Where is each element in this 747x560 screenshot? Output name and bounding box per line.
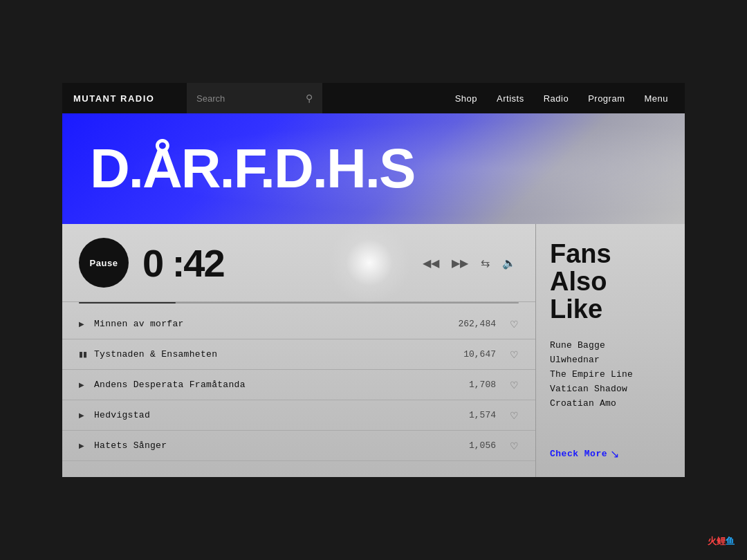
- app-container: MUTANT RADIO ⚲ Shop Artists Radio Progra…: [62, 83, 685, 477]
- nav-shop[interactable]: Shop: [455, 93, 477, 104]
- table-row[interactable]: ▶ Hedvigstad 1,574 ♡: [62, 400, 535, 431]
- track-list: ▶ Minnen av morfar 262,484 ♡ ▮▮ Tystnade…: [62, 309, 535, 477]
- nav-program[interactable]: Program: [588, 93, 625, 104]
- track-plays: 10,647: [448, 349, 496, 360]
- hero-section: D.ÅR.F.D.H.S: [62, 113, 685, 224]
- pause-button[interactable]: Pause: [79, 238, 129, 288]
- list-item[interactable]: The Empire Line: [550, 369, 671, 380]
- pause-track-icon: ▮▮: [79, 350, 87, 359]
- play-icon: ▶: [79, 442, 87, 449]
- heart-icon[interactable]: ♡: [510, 380, 519, 391]
- table-row[interactable]: ▶ Minnen av morfar 262,484 ♡: [62, 309, 535, 339]
- fan-list: Rune Bagge Ulwhednar The Empire Line Vat…: [550, 340, 671, 433]
- header-nav: Shop Artists Radio Program Menu: [439, 83, 685, 113]
- list-item[interactable]: Rune Bagge: [550, 340, 671, 351]
- player-glow: [328, 224, 411, 304]
- progress-fill: [79, 302, 176, 304]
- player-controls: ◀◀ ▶▶ ⇆ 🔈: [423, 256, 519, 270]
- track-name: Tystnaden & Ensamheten: [94, 349, 448, 360]
- nav-radio[interactable]: Radio: [544, 93, 569, 104]
- player-time: 0 :42: [142, 241, 224, 286]
- left-panel: Pause 0 :42 ◀◀ ▶▶ ⇆ 🔈: [62, 224, 536, 477]
- fast-forward-icon[interactable]: ▶▶: [452, 256, 468, 270]
- check-more-label: Check More: [550, 449, 607, 459]
- track-plays: 262,484: [448, 319, 496, 329]
- watermark: 火鲤鱼: [708, 535, 735, 548]
- search-input[interactable]: [196, 93, 302, 104]
- logo-area: MUTANT RADIO: [62, 92, 187, 104]
- list-item[interactable]: Ulwhednar: [550, 355, 671, 365]
- fans-also-like-title: FansAlsoLike: [550, 241, 671, 324]
- player-area: Pause 0 :42 ◀◀ ▶▶ ⇆ 🔈: [62, 224, 535, 302]
- check-more-button[interactable]: Check More ↘: [550, 447, 671, 460]
- track-plays: 1,708: [448, 380, 496, 390]
- heart-icon[interactable]: ♡: [510, 319, 519, 330]
- search-bar[interactable]: ⚲: [187, 83, 322, 113]
- heart-icon[interactable]: ♡: [510, 349, 519, 360]
- heart-icon[interactable]: ♡: [510, 440, 519, 451]
- table-row[interactable]: ▮▮ Tystnaden & Ensamheten 10,647 ♡: [62, 339, 535, 370]
- list-item[interactable]: Vatican Shadow: [550, 384, 671, 394]
- progress-bar[interactable]: [79, 302, 519, 304]
- table-row[interactable]: ▶ Hatets Sånger 1,056 ♡: [62, 431, 535, 461]
- play-icon: ▶: [79, 411, 87, 419]
- hero-title: D.ÅR.F.D.H.S: [62, 141, 414, 196]
- track-name: Hatets Sånger: [94, 440, 448, 451]
- header: MUTANT RADIO ⚲ Shop Artists Radio Progra…: [62, 83, 685, 113]
- play-icon: ▶: [79, 381, 87, 389]
- main-content: Pause 0 :42 ◀◀ ▶▶ ⇆ 🔈: [62, 224, 685, 477]
- table-row[interactable]: ▶ Andens Desperata Framåtanda 1,708 ♡: [62, 370, 535, 400]
- track-plays: 1,056: [448, 440, 496, 451]
- progress-bar-wrap[interactable]: [62, 302, 535, 309]
- track-name: Minnen av morfar: [94, 319, 448, 329]
- rewind-icon[interactable]: ◀◀: [423, 256, 439, 270]
- search-icon: ⚲: [306, 93, 313, 104]
- volume-icon[interactable]: 🔈: [502, 256, 516, 270]
- play-icon: ▶: [79, 320, 87, 328]
- nav-menu[interactable]: Menu: [644, 93, 668, 104]
- nav-artists[interactable]: Artists: [497, 93, 524, 104]
- right-panel: FansAlsoLike Rune Bagge Ulwhednar The Em…: [536, 224, 685, 477]
- check-more-arrow-icon: ↘: [610, 447, 619, 460]
- heart-icon[interactable]: ♡: [510, 410, 519, 421]
- track-plays: 1,574: [448, 410, 496, 420]
- track-name: Andens Desperata Framåtanda: [94, 380, 448, 390]
- track-name: Hedvigstad: [94, 410, 448, 420]
- site-logo: MUTANT RADIO: [73, 93, 154, 104]
- shuffle-icon[interactable]: ⇆: [481, 256, 490, 270]
- list-item[interactable]: Croatian Amo: [550, 398, 671, 409]
